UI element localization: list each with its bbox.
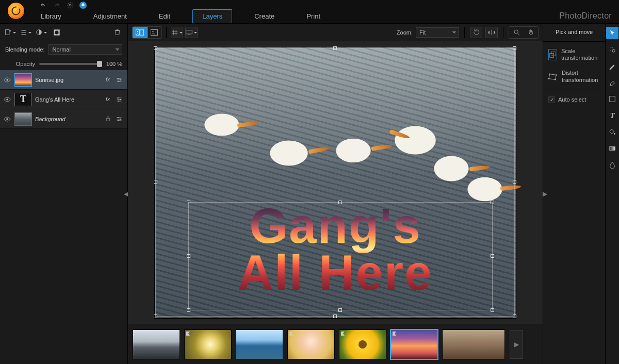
distort-icon bbox=[548, 71, 558, 82]
svg-point-6 bbox=[118, 77, 119, 78]
mask-button[interactable] bbox=[51, 27, 63, 38]
filmstrip-thumb[interactable] bbox=[185, 330, 231, 359]
svg-rect-23 bbox=[186, 30, 192, 34]
redo-icon[interactable] bbox=[53, 1, 61, 9]
eye-icon[interactable] bbox=[3, 115, 11, 123]
svg-point-24 bbox=[514, 30, 518, 34]
layer-row[interactable]: Background bbox=[0, 109, 127, 129]
sliders-icon[interactable] bbox=[114, 95, 124, 104]
svg-point-10 bbox=[118, 97, 119, 98]
pan-tool-button[interactable] bbox=[524, 27, 538, 38]
collapse-right-icon[interactable]: ▶ bbox=[542, 188, 547, 200]
layer-name: Gang's All Here bbox=[35, 96, 100, 103]
filmstrip: ▶ bbox=[128, 324, 543, 364]
opacity-label: Opacity bbox=[5, 61, 35, 67]
display-button[interactable] bbox=[185, 27, 198, 38]
svg-point-27 bbox=[549, 73, 550, 74]
svg-point-4 bbox=[55, 30, 59, 34]
layer-row[interactable]: T Gang's All Here fx bbox=[0, 90, 127, 109]
move-tool[interactable] bbox=[606, 27, 618, 39]
layer-thumbnail: T bbox=[14, 93, 32, 106]
tab-adjustment[interactable]: Adjustment bbox=[84, 9, 137, 23]
pen-tool[interactable] bbox=[606, 60, 618, 72]
fx-icon[interactable]: fx bbox=[103, 95, 113, 104]
svg-point-12 bbox=[118, 100, 119, 101]
adjustment-layer-button[interactable] bbox=[35, 27, 47, 38]
sliders-icon[interactable] bbox=[114, 114, 124, 124]
text-tool[interactable]: T bbox=[606, 109, 618, 122]
scale-transform-button[interactable]: Scale transformation bbox=[546, 45, 602, 64]
filmstrip-next-button[interactable]: ▶ bbox=[510, 330, 523, 359]
blur-tool[interactable] bbox=[606, 159, 618, 171]
app-name: PhotoDirector bbox=[559, 11, 612, 21]
svg-point-0 bbox=[69, 4, 71, 6]
tab-layers[interactable]: Layers bbox=[192, 9, 232, 23]
svg-rect-14 bbox=[106, 119, 110, 121]
filmstrip-thumb[interactable] bbox=[443, 330, 504, 359]
lock-icon[interactable] bbox=[103, 114, 113, 124]
shape-tool[interactable] bbox=[606, 93, 618, 105]
svg-point-9 bbox=[6, 98, 8, 101]
svg-point-31 bbox=[612, 49, 615, 52]
layer-name: Sunrise.jpg bbox=[35, 77, 100, 83]
tab-create[interactable]: Create bbox=[245, 9, 284, 23]
svg-point-5 bbox=[6, 79, 8, 81]
filmstrip-thumb[interactable] bbox=[339, 330, 386, 359]
layer-menu-button[interactable] bbox=[20, 27, 32, 38]
fx-icon[interactable]: fx bbox=[103, 75, 113, 85]
tool-strip: T bbox=[605, 24, 619, 364]
gear-icon[interactable] bbox=[66, 1, 74, 9]
flip-button[interactable] bbox=[485, 27, 498, 38]
layer-thumbnail bbox=[14, 112, 32, 126]
fill-tool[interactable] bbox=[606, 126, 618, 138]
sliders-icon[interactable] bbox=[114, 75, 124, 85]
selection-tool[interactable] bbox=[606, 43, 618, 56]
svg-point-28 bbox=[556, 74, 557, 75]
layer-name: Background bbox=[35, 116, 100, 122]
layer-thumbnail bbox=[14, 73, 32, 87]
svg-point-29 bbox=[555, 79, 556, 80]
filmstrip-thumb[interactable] bbox=[133, 330, 180, 359]
filmstrip-thumb[interactable] bbox=[391, 330, 437, 359]
zoom-select[interactable]: Fit bbox=[416, 27, 459, 38]
zoom-tool-button[interactable] bbox=[509, 27, 524, 38]
auto-select-checkbox[interactable]: Auto select bbox=[546, 93, 602, 106]
svg-point-20 bbox=[137, 31, 138, 32]
filmstrip-thumb[interactable] bbox=[236, 330, 283, 359]
checkbox-icon bbox=[548, 96, 555, 103]
layer-row[interactable]: Sunrise.jpg fx bbox=[0, 70, 127, 90]
grid-button[interactable] bbox=[171, 27, 183, 38]
rotate-button[interactable] bbox=[470, 27, 482, 38]
eraser-tool[interactable] bbox=[606, 76, 618, 89]
eye-icon[interactable] bbox=[3, 95, 11, 104]
svg-rect-19 bbox=[140, 29, 143, 35]
canvas-area: ◀ ▶ Zoom: Fit bbox=[128, 24, 543, 364]
svg-rect-1 bbox=[6, 30, 9, 35]
svg-point-33 bbox=[614, 133, 615, 135]
distort-transform-button[interactable]: Distort transformation bbox=[546, 67, 602, 86]
svg-point-13 bbox=[6, 118, 8, 120]
blend-mode-select[interactable]: Normal bbox=[48, 44, 122, 55]
svg-rect-32 bbox=[610, 96, 615, 102]
tab-print[interactable]: Print bbox=[297, 9, 330, 23]
svg-rect-34 bbox=[610, 147, 615, 151]
svg-point-15 bbox=[118, 117, 119, 118]
canvas-image[interactable]: Gang's All Here bbox=[155, 47, 516, 318]
layers-panel: Blending mode: Normal Opacity 100 % Sunr… bbox=[0, 24, 128, 364]
svg-point-16 bbox=[120, 118, 121, 119]
opacity-slider[interactable] bbox=[39, 63, 102, 65]
filmstrip-thumb[interactable] bbox=[288, 330, 334, 359]
view-compare-button[interactable] bbox=[133, 27, 147, 38]
delete-layer-button[interactable] bbox=[111, 27, 123, 38]
selection-frame-text[interactable] bbox=[188, 202, 493, 310]
svg-point-17 bbox=[118, 120, 119, 121]
undo-icon[interactable] bbox=[39, 1, 47, 9]
svg-point-22 bbox=[152, 31, 153, 32]
add-layer-button[interactable] bbox=[4, 27, 17, 38]
eye-icon[interactable] bbox=[3, 76, 11, 84]
tab-library[interactable]: Library bbox=[31, 9, 71, 23]
tab-edit[interactable]: Edit bbox=[149, 9, 180, 23]
view-single-button[interactable] bbox=[147, 27, 161, 38]
gradient-tool[interactable] bbox=[606, 142, 618, 155]
notification-icon[interactable] bbox=[79, 2, 87, 9]
